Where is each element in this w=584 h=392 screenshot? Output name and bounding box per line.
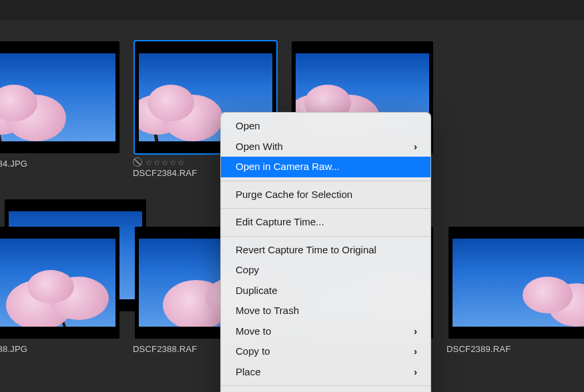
thumbnail-cell[interactable]: DSCF2389.RAF	[444, 227, 584, 354]
menu-item-duplicate[interactable]: Duplicate	[221, 281, 430, 301]
chevron-right-icon: ›	[414, 139, 417, 155]
star-icon[interactable]: ☆	[161, 158, 169, 167]
menu-label: Open	[236, 119, 260, 134]
menu-item-edit-capture-time[interactable]: Edit Capture Time...	[221, 212, 430, 233]
context-menu[interactable]: Open Open With › Open in Camera Raw... P…	[220, 112, 431, 392]
menu-item-open-with[interactable]: Open With ›	[221, 137, 430, 157]
star-icon[interactable]: ☆	[169, 158, 177, 167]
chevron-right-icon: ›	[414, 324, 417, 339]
thumbnail-filename: CF2384.JPG	[0, 159, 123, 169]
menu-item-place[interactable]: Place ›	[221, 362, 430, 383]
menu-item-purge-cache[interactable]: Purge Cache for Selection	[221, 185, 430, 205]
menu-label: Open With	[236, 139, 283, 155]
prohibit-icon	[133, 157, 142, 167]
menu-item-revert-capture-time[interactable]: Revert Capture Time to Original	[221, 240, 430, 261]
menu-separator	[221, 385, 430, 386]
menu-label: Revert Capture Time to Original	[236, 243, 376, 258]
menu-label: Copy to	[236, 344, 270, 359]
thumbnail-filename: DSCF2389.RAF	[444, 344, 584, 354]
menu-label: Move to	[236, 324, 271, 339]
menu-label: Place	[236, 365, 261, 380]
menu-item-reveal-in-finder[interactable]: Reveal in Finder	[221, 389, 430, 392]
menu-label: Duplicate	[236, 283, 278, 299]
thumbnail-cell[interactable]: CF2384.JPG	[0, 41, 123, 178]
thumbnail-frame[interactable]	[449, 227, 585, 339]
star-icon[interactable]: ☆	[145, 158, 153, 167]
menu-item-copy[interactable]: Copy	[221, 260, 430, 281]
menu-label: Move to Trash	[236, 303, 299, 319]
thumbnail-image	[0, 239, 115, 327]
star-rating[interactable]: ☆ ☆ ☆ ☆ ☆	[145, 158, 185, 167]
star-icon[interactable]: ☆	[177, 158, 185, 167]
thumbnail-image	[453, 239, 585, 327]
thumbnail-image	[0, 53, 115, 141]
menu-item-move-to[interactable]: Move to ›	[221, 321, 430, 342]
chevron-right-icon: ›	[414, 344, 417, 359]
thumbnail-frame[interactable]	[0, 41, 119, 153]
chevron-right-icon: ›	[414, 365, 417, 380]
menu-separator	[221, 181, 430, 181]
menu-item-copy-to[interactable]: Copy to ›	[221, 341, 430, 362]
menu-label: Open in Camera Raw...	[236, 159, 340, 175]
app-toolbar	[0, 0, 584, 20]
menu-label: Purge Cache for Selection	[236, 187, 352, 203]
menu-item-move-to-trash[interactable]: Move to Trash	[221, 301, 430, 321]
thumbnail-frame[interactable]	[0, 227, 119, 339]
menu-separator	[221, 208, 430, 209]
menu-separator	[221, 236, 430, 237]
star-icon[interactable]: ☆	[153, 158, 161, 167]
menu-label: Copy	[236, 263, 259, 278]
menu-label: Edit Capture Time...	[236, 215, 324, 230]
thumbnail-filename: CF2388.JPG	[0, 344, 123, 354]
menu-item-open-camera-raw[interactable]: Open in Camera Raw...	[221, 157, 430, 177]
thumbnail-cell[interactable]: CF2388.JPG	[0, 227, 123, 354]
menu-item-open[interactable]: Open	[221, 116, 430, 137]
